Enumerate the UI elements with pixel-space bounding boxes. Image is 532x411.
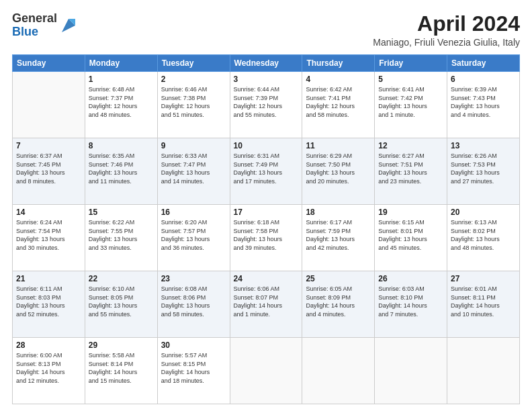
logo-text: General Blue — [12, 12, 57, 39]
calendar-day-cell: 23Sunrise: 6:08 AMSunset: 8:06 PMDayligh… — [157, 271, 230, 338]
day-info: Sunrise: 6:27 AMSunset: 7:51 PMDaylight:… — [378, 152, 443, 185]
day-number: 26 — [378, 274, 443, 283]
day-info: Sunrise: 6:01 AMSunset: 8:11 PMDaylight:… — [451, 285, 516, 318]
day-number: 29 — [89, 340, 154, 350]
day-number: 14 — [16, 208, 81, 217]
calendar-day-cell: 1Sunrise: 6:48 AMSunset: 7:37 PMDaylight… — [85, 72, 157, 138]
day-number: 20 — [451, 208, 516, 217]
day-number: 15 — [89, 208, 154, 217]
calendar-header-friday: Friday — [375, 55, 447, 72]
day-info: Sunrise: 6:26 AMSunset: 7:53 PMDaylight:… — [451, 152, 516, 185]
calendar-day-cell: 30Sunrise: 5:57 AMSunset: 8:15 PMDayligh… — [157, 338, 230, 404]
logo-icon — [59, 16, 78, 35]
calendar-day-cell — [302, 338, 375, 404]
calendar-week-row: 28Sunrise: 6:00 AMSunset: 8:13 PMDayligh… — [13, 338, 520, 404]
calendar-day-cell: 11Sunrise: 6:29 AMSunset: 7:50 PMDayligh… — [302, 138, 375, 205]
day-info: Sunrise: 6:10 AMSunset: 8:05 PMDaylight:… — [89, 285, 154, 318]
day-info: Sunrise: 6:06 AMSunset: 8:07 PMDaylight:… — [234, 285, 299, 318]
calendar-day-cell: 22Sunrise: 6:10 AMSunset: 8:05 PMDayligh… — [85, 271, 157, 338]
calendar-header-wednesday: Wednesday — [230, 55, 302, 72]
calendar-day-cell: 15Sunrise: 6:22 AMSunset: 7:55 PMDayligh… — [85, 205, 157, 271]
day-number: 22 — [89, 274, 154, 283]
calendar-day-cell: 2Sunrise: 6:46 AMSunset: 7:38 PMDaylight… — [157, 72, 230, 138]
day-number: 21 — [16, 274, 81, 283]
title-block: April 2024 Maniago, Friuli Venezia Giuli… — [373, 12, 520, 48]
day-info: Sunrise: 6:33 AMSunset: 7:47 PMDaylight:… — [161, 152, 226, 185]
calendar-day-cell — [230, 338, 302, 404]
calendar-day-cell: 8Sunrise: 6:35 AMSunset: 7:46 PMDaylight… — [85, 138, 157, 205]
header: General Blue April 2024 Maniago, Friuli … — [12, 12, 520, 48]
day-number: 24 — [234, 274, 299, 283]
calendar-day-cell: 12Sunrise: 6:27 AMSunset: 7:51 PMDayligh… — [375, 138, 447, 205]
logo-blue: Blue — [12, 26, 57, 39]
day-info: Sunrise: 6:22 AMSunset: 7:55 PMDaylight:… — [89, 218, 154, 252]
day-number: 12 — [378, 141, 443, 150]
day-info: Sunrise: 6:05 AMSunset: 8:09 PMDaylight:… — [306, 285, 371, 318]
day-info: Sunrise: 6:37 AMSunset: 7:45 PMDaylight:… — [16, 152, 81, 185]
day-info: Sunrise: 6:00 AMSunset: 8:13 PMDaylight:… — [16, 351, 81, 385]
day-info: Sunrise: 6:48 AMSunset: 7:37 PMDaylight:… — [89, 85, 154, 119]
calendar-day-cell: 27Sunrise: 6:01 AMSunset: 8:11 PMDayligh… — [447, 271, 520, 338]
calendar-day-cell: 19Sunrise: 6:15 AMSunset: 8:01 PMDayligh… — [375, 205, 447, 271]
location: Maniago, Friuli Venezia Giulia, Italy — [373, 37, 520, 48]
day-info: Sunrise: 6:39 AMSunset: 7:43 PMDaylight:… — [451, 85, 516, 119]
day-info: Sunrise: 6:44 AMSunset: 7:39 PMDaylight:… — [234, 85, 299, 119]
calendar-header-thursday: Thursday — [302, 55, 375, 72]
calendar-week-row: 1Sunrise: 6:48 AMSunset: 7:37 PMDaylight… — [13, 72, 520, 138]
calendar-day-cell: 17Sunrise: 6:18 AMSunset: 7:58 PMDayligh… — [230, 205, 302, 271]
day-number: 13 — [451, 141, 516, 150]
calendar-week-row: 14Sunrise: 6:24 AMSunset: 7:54 PMDayligh… — [13, 205, 520, 271]
day-number: 8 — [89, 141, 154, 150]
day-info: Sunrise: 5:57 AMSunset: 8:15 PMDaylight:… — [161, 351, 226, 385]
page: General Blue April 2024 Maniago, Friuli … — [0, 0, 532, 411]
day-info: Sunrise: 6:03 AMSunset: 8:10 PMDaylight:… — [378, 285, 443, 318]
day-number: 6 — [451, 75, 516, 84]
calendar-day-cell: 26Sunrise: 6:03 AMSunset: 8:10 PMDayligh… — [375, 271, 447, 338]
calendar-day-cell — [13, 72, 85, 138]
calendar-day-cell: 21Sunrise: 6:11 AMSunset: 8:03 PMDayligh… — [13, 271, 85, 338]
calendar-day-cell: 28Sunrise: 6:00 AMSunset: 8:13 PMDayligh… — [13, 338, 85, 404]
day-info: Sunrise: 6:31 AMSunset: 7:49 PMDaylight:… — [234, 152, 299, 185]
day-number: 16 — [161, 208, 226, 217]
day-number: 9 — [161, 141, 226, 150]
day-number: 23 — [161, 274, 226, 283]
day-info: Sunrise: 6:42 AMSunset: 7:41 PMDaylight:… — [306, 85, 371, 119]
calendar-day-cell: 10Sunrise: 6:31 AMSunset: 7:49 PMDayligh… — [230, 138, 302, 205]
calendar-day-cell: 5Sunrise: 6:41 AMSunset: 7:42 PMDaylight… — [375, 72, 447, 138]
calendar-day-cell: 25Sunrise: 6:05 AMSunset: 8:09 PMDayligh… — [302, 271, 375, 338]
calendar-week-row: 7Sunrise: 6:37 AMSunset: 7:45 PMDaylight… — [13, 138, 520, 205]
calendar-header-monday: Monday — [85, 55, 157, 72]
calendar-day-cell: 20Sunrise: 6:13 AMSunset: 8:02 PMDayligh… — [447, 205, 520, 271]
calendar-day-cell: 14Sunrise: 6:24 AMSunset: 7:54 PMDayligh… — [13, 205, 85, 271]
day-number: 5 — [378, 75, 443, 84]
day-info: Sunrise: 6:17 AMSunset: 7:59 PMDaylight:… — [306, 218, 371, 252]
calendar-day-cell: 13Sunrise: 6:26 AMSunset: 7:53 PMDayligh… — [447, 138, 520, 205]
calendar-week-row: 21Sunrise: 6:11 AMSunset: 8:03 PMDayligh… — [13, 271, 520, 338]
calendar-header-saturday: Saturday — [447, 55, 520, 72]
day-number: 4 — [306, 75, 371, 84]
day-number: 17 — [234, 208, 299, 217]
calendar-header-row: SundayMondayTuesdayWednesdayThursdayFrid… — [13, 55, 520, 72]
day-info: Sunrise: 6:15 AMSunset: 8:01 PMDaylight:… — [378, 218, 443, 252]
day-number: 18 — [306, 208, 371, 217]
logo: General Blue — [12, 12, 78, 39]
calendar-day-cell: 18Sunrise: 6:17 AMSunset: 7:59 PMDayligh… — [302, 205, 375, 271]
calendar-day-cell: 29Sunrise: 5:58 AMSunset: 8:14 PMDayligh… — [85, 338, 157, 404]
calendar-day-cell: 6Sunrise: 6:39 AMSunset: 7:43 PMDaylight… — [447, 72, 520, 138]
calendar: SundayMondayTuesdayWednesdayThursdayFrid… — [12, 54, 520, 404]
calendar-header-sunday: Sunday — [13, 55, 85, 72]
day-info: Sunrise: 6:18 AMSunset: 7:58 PMDaylight:… — [234, 218, 299, 252]
day-info: Sunrise: 6:13 AMSunset: 8:02 PMDaylight:… — [451, 218, 516, 252]
calendar-day-cell: 24Sunrise: 6:06 AMSunset: 8:07 PMDayligh… — [230, 271, 302, 338]
day-number: 27 — [451, 274, 516, 283]
calendar-day-cell: 4Sunrise: 6:42 AMSunset: 7:41 PMDaylight… — [302, 72, 375, 138]
calendar-day-cell: 3Sunrise: 6:44 AMSunset: 7:39 PMDaylight… — [230, 72, 302, 138]
day-number: 19 — [378, 208, 443, 217]
day-number: 11 — [306, 141, 371, 150]
calendar-header-tuesday: Tuesday — [157, 55, 230, 72]
day-info: Sunrise: 6:46 AMSunset: 7:38 PMDaylight:… — [161, 85, 226, 119]
logo-general: General — [12, 12, 57, 26]
day-number: 10 — [234, 141, 299, 150]
day-info: Sunrise: 6:08 AMSunset: 8:06 PMDaylight:… — [161, 285, 226, 318]
day-number: 28 — [16, 340, 81, 350]
